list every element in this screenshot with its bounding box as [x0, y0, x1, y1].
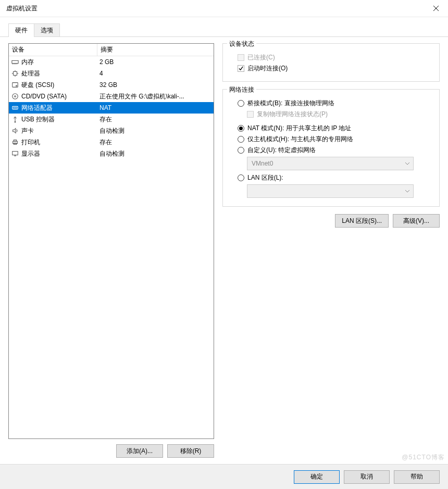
svg-rect-7: [14, 72, 17, 76]
tab-hardware[interactable]: 硬件: [8, 23, 34, 37]
row-connect-at-power-on[interactable]: 启动时连接(O): [238, 64, 433, 73]
checkbox-connected: [238, 54, 244, 61]
printer-icon: [11, 138, 19, 146]
device-name: 处理器: [21, 69, 40, 78]
label-bridged: 桥接模式(B): 直接连接物理网络: [247, 99, 334, 108]
device-row[interactable]: 打印机 存在: [9, 136, 214, 148]
device-row[interactable]: USB 控制器 存在: [9, 114, 214, 125]
title-bar: 虚拟机设置: [0, 0, 448, 17]
remove-button[interactable]: 移除(R): [167, 444, 214, 458]
lan-segments-button[interactable]: LAN 区段(S)...: [335, 214, 389, 228]
device-summary: 32 GB: [97, 81, 214, 89]
radio-custom[interactable]: [238, 147, 244, 154]
group-device-status: 设备状态 已连接(C) 启动时连接(O): [222, 43, 440, 82]
device-row[interactable]: 内存 2 GB: [9, 56, 214, 68]
label-nat: NAT 模式(N): 用于共享主机的 IP 地址: [247, 124, 351, 133]
device-summary: 存在: [97, 138, 214, 147]
checkbox-replicate: [247, 111, 254, 118]
column-header-summary[interactable]: 摘要: [97, 44, 214, 56]
usb-icon: [11, 115, 19, 123]
device-name: 打印机: [21, 138, 40, 147]
device-name: CD/DVD (SATA): [21, 93, 67, 100]
device-summary: 4: [97, 70, 214, 77]
device-rows: 内存 2 GB 处理器 4 硬盘 (SCSI) 32 GB CD/DVD (SA…: [9, 56, 214, 438]
device-row[interactable]: CD/DVD (SATA) 正在使用文件 G:\虚拟机\kali-...: [9, 91, 214, 102]
display-icon: [11, 149, 19, 158]
svg-rect-12: [13, 83, 18, 87]
radio-bridged[interactable]: [238, 100, 244, 107]
device-row[interactable]: 声卡 自动检测: [9, 125, 214, 136]
right-button-bar: LAN 区段(S)... 高级(V)...: [222, 214, 440, 228]
left-button-bar: 添加(A)... 移除(R): [8, 439, 214, 458]
device-name: 硬盘 (SCSI): [21, 81, 54, 90]
column-header-device[interactable]: 设备: [9, 44, 97, 56]
svg-point-19: [16, 107, 17, 108]
device-name: 显示器: [21, 149, 40, 158]
row-custom[interactable]: 自定义(U): 特定虚拟网络: [238, 146, 433, 155]
device-row[interactable]: 硬盘 (SCSI) 32 GB: [9, 79, 214, 91]
label-connected: 已连接(C): [247, 53, 275, 62]
device-name: 内存: [21, 58, 34, 67]
label-replicate: 复制物理网络连接状态(P): [257, 110, 328, 119]
radio-lan[interactable]: [238, 174, 244, 181]
device-row[interactable]: 网络适配器 NAT: [9, 102, 214, 114]
cancel-button[interactable]: 取消: [344, 470, 390, 484]
content-area: 设备 摘要 内存 2 GB 处理器 4 硬盘 (SCSI) 32 GB CD/D…: [0, 37, 448, 464]
check-icon: [239, 66, 243, 71]
checkbox-connect-at-power-on[interactable]: [238, 65, 244, 72]
device-summary: 存在: [97, 115, 214, 124]
device-row[interactable]: 显示器 自动检测: [9, 148, 214, 159]
svg-rect-2: [12, 60, 18, 63]
tab-strip: 硬件 选项: [0, 17, 448, 37]
help-button[interactable]: 帮助: [394, 470, 440, 484]
device-summary: 自动检测: [97, 149, 214, 158]
combo-custom-value: VMnet0: [252, 160, 273, 167]
device-row[interactable]: 处理器 4: [9, 68, 214, 79]
ok-button[interactable]: 确定: [294, 470, 340, 484]
chevron-down-icon: [405, 190, 410, 193]
row-replicate: 复制物理网络连接状态(P): [247, 110, 433, 119]
label-custom: 自定义(U): 特定虚拟网络: [247, 146, 316, 155]
close-icon: [433, 6, 439, 11]
disk-icon: [11, 81, 19, 89]
radio-hostonly[interactable]: [238, 136, 244, 143]
svg-point-14: [13, 94, 18, 99]
label-hostonly: 仅主机模式(H): 与主机共享的专用网络: [247, 135, 353, 144]
row-hostonly[interactable]: 仅主机模式(H): 与主机共享的专用网络: [238, 135, 433, 144]
cpu-icon: [11, 69, 19, 78]
dialog-footer: 确定 取消 帮助: [0, 464, 448, 489]
device-summary: 2 GB: [97, 58, 214, 66]
device-summary: NAT: [97, 104, 214, 111]
svg-point-18: [14, 107, 15, 108]
cd-icon: [11, 92, 19, 101]
close-button[interactable]: [424, 0, 448, 17]
radio-nat[interactable]: [238, 125, 244, 132]
svg-point-15: [15, 96, 16, 97]
network-icon: [11, 104, 19, 112]
memory-icon: [11, 58, 19, 66]
device-name: 声卡: [21, 127, 34, 135]
combo-custom-vmnet: VMnet0: [247, 157, 414, 170]
device-summary: 正在使用文件 G:\虚拟机\kali-...: [97, 92, 214, 101]
svg-marker-22: [13, 129, 16, 133]
row-connected: 已连接(C): [238, 53, 433, 62]
chevron-down-icon: [405, 162, 410, 165]
device-table-header: 设备 摘要: [9, 44, 214, 56]
svg-point-21: [15, 121, 16, 123]
device-summary: 自动检测: [97, 127, 214, 135]
svg-rect-24: [14, 140, 16, 142]
device-name: 网络适配器: [21, 104, 53, 112]
window-title: 虚拟机设置: [6, 4, 424, 13]
sound-icon: [11, 127, 19, 135]
device-table: 设备 摘要 内存 2 GB 处理器 4 硬盘 (SCSI) 32 GB CD/D…: [8, 43, 214, 439]
advanced-button[interactable]: 高级(V)...: [393, 214, 440, 228]
right-column: 设备状态 已连接(C) 启动时连接(O) 网络连接 桥接模式(B): 直接连接物…: [222, 43, 440, 458]
row-bridged[interactable]: 桥接模式(B): 直接连接物理网络: [238, 99, 433, 108]
left-column: 设备 摘要 内存 2 GB 处理器 4 硬盘 (SCSI) 32 GB CD/D…: [8, 43, 214, 458]
label-connect-at-power-on: 启动时连接(O): [247, 64, 288, 73]
row-nat[interactable]: NAT 模式(N): 用于共享主机的 IP 地址: [238, 124, 433, 133]
add-button[interactable]: 添加(A)...: [116, 444, 163, 458]
row-lan[interactable]: LAN 区段(L):: [238, 173, 433, 182]
tab-options[interactable]: 选项: [34, 23, 60, 37]
device-name: USB 控制器: [21, 115, 55, 124]
